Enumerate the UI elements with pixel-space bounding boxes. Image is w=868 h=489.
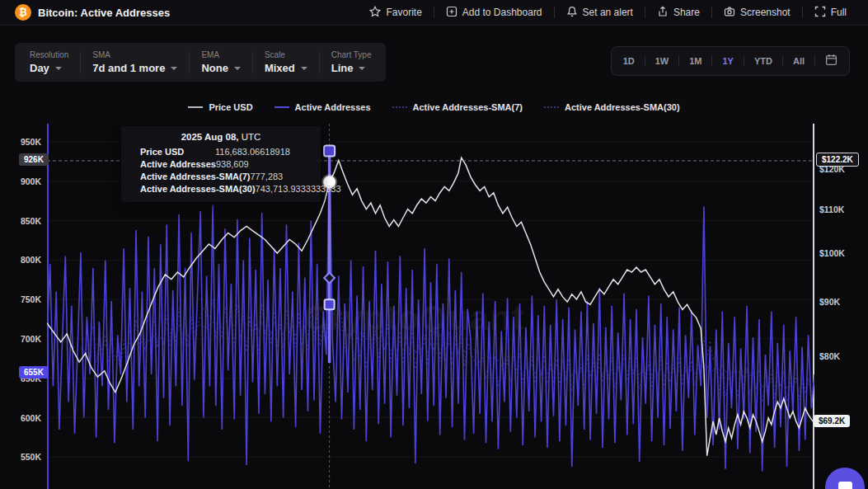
chart-type-value: Line xyxy=(331,62,354,74)
hover-tooltip: 2025 Aug 08, UTC Price USD 116,683.06618… xyxy=(121,126,321,202)
tooltip-row-active-addresses: Active Addresses 938,609 xyxy=(129,158,312,171)
sma30-point-marker xyxy=(325,299,335,309)
share-icon xyxy=(657,6,669,20)
range-1m-button[interactable]: 1M xyxy=(679,47,711,75)
range-1w-button[interactable]: 1W xyxy=(645,47,679,75)
chevron-down-icon xyxy=(234,67,241,70)
sma-dropdown[interactable]: SMA 7d and 1 more xyxy=(81,45,189,79)
right-axis-tick: $80K xyxy=(819,351,840,361)
sma7-diamond-icon xyxy=(129,173,136,181)
tooltip-row-price: Price USD 116,683.06618918 xyxy=(129,146,312,158)
header-actions: Favorite Add to Dashboard Set an alert S… xyxy=(358,0,858,25)
legend-label: Active Addresses xyxy=(295,102,371,112)
price-dot-icon xyxy=(129,149,135,155)
calendar-icon xyxy=(825,54,838,69)
dashboard-add-icon xyxy=(446,6,457,20)
star-icon xyxy=(369,6,381,20)
share-label: Share xyxy=(673,7,700,18)
ema-value: None xyxy=(201,62,228,74)
legend-item-active-addresses[interactable]: Active Addresses xyxy=(274,102,371,112)
set-alert-button[interactable]: Set an alert xyxy=(555,0,645,25)
sma30-square-icon xyxy=(129,186,135,192)
favorite-label: Favorite xyxy=(386,7,421,18)
right-axis-tick: $90K xyxy=(819,297,840,307)
bell-icon xyxy=(566,6,578,20)
legend-line-swatch xyxy=(274,106,289,108)
resolution-label: Resolution xyxy=(30,50,68,59)
left-axis-tick: 950K xyxy=(0,137,41,147)
sma-value: 7d and 1 more xyxy=(92,62,165,74)
right-last-value-badge: $69.2K xyxy=(814,415,850,427)
bitcoin-logo-icon: ₿ xyxy=(15,4,31,21)
scale-value: Mixed xyxy=(265,62,295,74)
chevron-down-icon xyxy=(359,67,365,70)
left-axis-tick: 550K xyxy=(0,452,41,462)
ema-label: EMA xyxy=(201,50,241,59)
chart-settings-toolbar: Resolution Day SMA 7d and 1 more EMA Non… xyxy=(15,43,386,82)
chart-type-label: Chart Type xyxy=(331,50,372,59)
page-title: Bitcoin: Active Addresses xyxy=(38,7,170,19)
chevron-down-icon xyxy=(171,67,177,70)
fullscreen-icon xyxy=(814,6,826,20)
tooltip-row-sma30: Active Addresses-SMA(30) 743,713.9333333… xyxy=(129,183,312,195)
left-axis-tick: 800K xyxy=(0,255,41,265)
sma7-point-marker xyxy=(324,273,335,284)
ema-dropdown[interactable]: EMA None xyxy=(190,45,252,79)
set-alert-label: Set an alert xyxy=(583,7,633,18)
range-1y-button[interactable]: 1Y xyxy=(712,47,743,75)
left-axis-tick: 900K xyxy=(0,176,41,186)
range-all-button[interactable]: All xyxy=(783,47,814,75)
legend-label: Price USD xyxy=(209,102,252,112)
left-axis-tick: 750K xyxy=(0,294,41,304)
left-axis-tick: 700K xyxy=(0,334,41,344)
time-range-selector: 1D 1W 1M 1Y YTD All xyxy=(611,46,850,76)
scale-dropdown[interactable]: Scale Mixed xyxy=(253,45,319,79)
fullscreen-button[interactable]: Full xyxy=(803,0,858,25)
app-window: ₿ Bitcoin: Active Addresses Favorite Add… xyxy=(0,0,868,489)
left-crosshair-badge: 926K xyxy=(19,153,49,166)
chart-area: CryptoQuant 950K900K850K800K750K700K650K… xyxy=(0,124,868,489)
chevron-down-icon xyxy=(55,67,62,70)
right-axis-tick: $100K xyxy=(819,248,845,258)
active-addresses-square-icon xyxy=(129,162,135,167)
legend-label: Active Addresses-SMA(7) xyxy=(413,102,523,112)
scale-label: Scale xyxy=(265,50,307,59)
range-1d-button[interactable]: 1D xyxy=(613,47,645,75)
chevron-down-icon xyxy=(301,67,307,70)
left-last-value-badge: 655K xyxy=(19,366,49,379)
screenshot-label: Screenshot xyxy=(740,7,791,18)
sma-label: SMA xyxy=(92,50,177,59)
tooltip-row-sma7: Active Addresses-SMA(7) 777,283 xyxy=(129,171,312,183)
share-button[interactable]: Share xyxy=(645,0,711,25)
right-axis-tick: $110K xyxy=(819,205,844,214)
add-to-dashboard-button[interactable]: Add to Dashboard xyxy=(434,0,554,25)
chart-type-dropdown[interactable]: Chart Type Line xyxy=(320,45,383,79)
left-axis-tick: 850K xyxy=(0,216,41,226)
add-to-dashboard-label: Add to Dashboard xyxy=(462,7,542,18)
resolution-dropdown[interactable]: Resolution Day xyxy=(18,45,80,79)
screenshot-button[interactable]: Screenshot xyxy=(712,0,802,25)
resolution-value: Day xyxy=(30,62,49,74)
range-ytd-button[interactable]: YTD xyxy=(744,47,782,75)
legend-line-swatch xyxy=(392,106,407,108)
legend-item-sma7[interactable]: Active Addresses-SMA(7) xyxy=(392,102,523,112)
active-addresses-point-marker xyxy=(324,145,335,156)
legend-item-sma30[interactable]: Active Addresses-SMA(30) xyxy=(544,102,680,112)
legend-label: Active Addresses-SMA(30) xyxy=(565,102,680,112)
fullscreen-label: Full xyxy=(831,7,847,18)
favorite-button[interactable]: Favorite xyxy=(358,0,433,25)
left-axis-tick: 600K xyxy=(0,413,41,423)
header-bar: ₿ Bitcoin: Active Addresses Favorite Add… xyxy=(0,0,868,26)
right-crosshair-badge: $122.2K xyxy=(816,153,859,167)
legend-item-price-usd[interactable]: Price USD xyxy=(188,102,252,112)
tooltip-date: 2025 Aug 08, UTC xyxy=(129,132,312,142)
camera-icon xyxy=(724,6,735,20)
chat-icon xyxy=(838,482,852,489)
legend-line-swatch xyxy=(544,106,559,108)
chart-legend: Price USD Active Addresses Active Addres… xyxy=(0,102,868,112)
legend-line-swatch xyxy=(188,106,203,108)
calendar-button[interactable] xyxy=(815,54,847,69)
